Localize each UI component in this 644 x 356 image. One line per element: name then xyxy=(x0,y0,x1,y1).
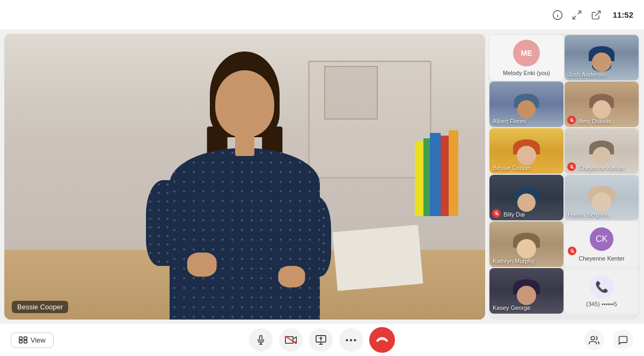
more-button[interactable] xyxy=(339,328,363,352)
svg-line-3 xyxy=(577,11,581,14)
participants-grid: ME Melody Enki (you) Josh Anderson Alber… xyxy=(488,34,640,320)
svg-point-19 xyxy=(354,339,356,341)
phone-icon: 📞 xyxy=(590,275,613,299)
camera-button[interactable] xyxy=(279,328,303,352)
svg-rect-8 xyxy=(19,340,23,343)
svg-rect-6 xyxy=(19,337,23,339)
view-label: View xyxy=(31,336,46,344)
control-right xyxy=(584,330,633,350)
participant-tile-hanna: Hanna Bergson xyxy=(565,175,639,220)
participant-tile-kasey: Kasey George xyxy=(489,268,564,314)
info-icon[interactable] xyxy=(552,9,564,21)
view-button[interactable]: View xyxy=(11,332,54,348)
main-video: Bessie Cooper xyxy=(4,34,485,320)
top-bar: 11:52 xyxy=(0,0,644,29)
chat-button[interactable] xyxy=(613,330,633,350)
control-center xyxy=(249,327,395,353)
cheyenne-avatar: CK xyxy=(590,227,613,251)
tile-name-bessie: Bessie Cooper xyxy=(493,165,531,171)
svg-line-12 xyxy=(286,336,296,344)
tile-name-cheyenne1: Cheyenne Kenter xyxy=(579,165,625,171)
control-left: View xyxy=(11,332,54,348)
share-icon[interactable] xyxy=(590,9,602,21)
tile-name-kathryn: Kathryn Murphy xyxy=(493,258,535,264)
tile-name-billy: Billy Dai xyxy=(503,211,525,218)
control-bar: View xyxy=(0,324,644,356)
svg-point-20 xyxy=(591,336,595,340)
participant-tile-amy: Amy Dokidis xyxy=(565,81,639,127)
svg-rect-9 xyxy=(24,340,27,343)
end-call-button[interactable] xyxy=(369,327,395,353)
main-layout: Bessie Cooper ME Melody Enki (you) Josh … xyxy=(0,29,644,324)
top-bar-icons: 11:52 xyxy=(552,9,633,21)
participant-tile-billy: Billy Dai xyxy=(489,175,564,220)
participant-tile-cheyenne2: CK Cheyenne Kenter xyxy=(565,221,639,267)
participant-tile-josh: Josh Anderson xyxy=(565,35,639,80)
cheyenne2-mute-badge xyxy=(568,247,576,255)
tile-name-albert: Albert Flores xyxy=(493,118,526,124)
participant-tile-bessie: Bessie Cooper xyxy=(489,128,564,174)
share-screen-button[interactable] xyxy=(309,328,333,352)
participant-tile-phone: 📞 (345) ••••••5 xyxy=(565,268,639,314)
me-label: Melody Enki (you) xyxy=(503,70,550,76)
tile-name-kasey: Kasey George xyxy=(493,305,530,311)
amy-mute-badge xyxy=(567,116,576,124)
cheyenne1-mute-badge xyxy=(567,162,576,171)
expand-icon[interactable] xyxy=(571,9,583,21)
participant-tile-cheyenne1: Cheyenne Kenter xyxy=(565,128,639,174)
participants-button[interactable] xyxy=(584,330,604,350)
svg-line-5 xyxy=(595,11,600,16)
phone-number: (345) ••••••5 xyxy=(586,301,617,307)
main-video-label: Bessie Cooper xyxy=(12,301,68,313)
tile-name-hanna: Hanna Bergson xyxy=(568,211,609,218)
cheyenne2-name: Cheyenne Kenter xyxy=(579,255,625,262)
svg-point-18 xyxy=(350,339,352,341)
sidebar-panel: ME Melody Enki (you) Josh Anderson Alber… xyxy=(488,34,640,320)
tile-name-josh: Josh Anderson xyxy=(568,71,607,78)
participant-tile-albert: Albert Flores xyxy=(489,81,564,127)
participant-tile-kathryn: Kathryn Murphy xyxy=(489,221,564,267)
me-avatar: ME xyxy=(513,40,540,66)
svg-rect-7 xyxy=(24,337,27,339)
billy-mute-badge xyxy=(492,209,501,218)
time-display: 11:52 xyxy=(613,10,633,19)
participant-tile-melody: ME Melody Enki (you) xyxy=(489,35,564,80)
svg-line-4 xyxy=(573,16,576,19)
svg-point-17 xyxy=(346,339,348,341)
mic-button[interactable] xyxy=(249,328,273,352)
tile-name-amy: Amy Dokidis xyxy=(579,118,611,124)
